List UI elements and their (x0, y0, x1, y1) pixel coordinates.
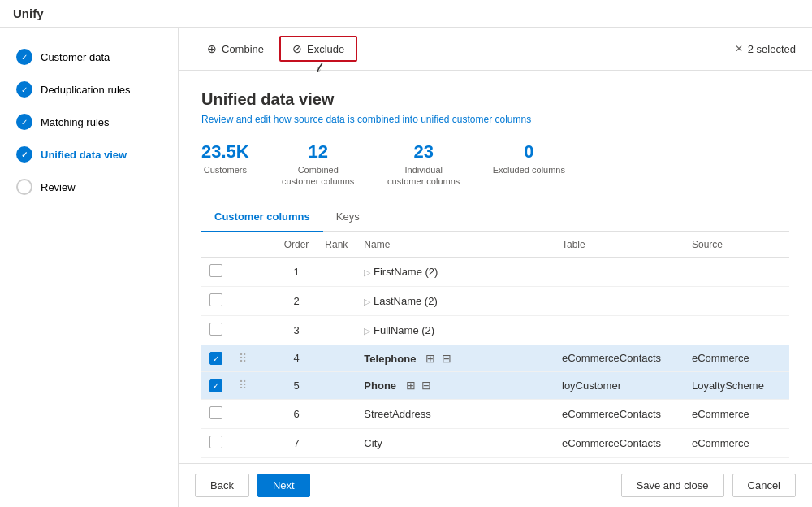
top-bar: Unify (0, 0, 812, 28)
expand-icon-3[interactable]: ▷ (364, 326, 370, 336)
row-order-7: 7 (276, 428, 317, 457)
exclude-icon: ⊘ (292, 42, 302, 55)
sidebar-item-label-customer-data: Customer data (41, 51, 110, 63)
back-button[interactable]: Back (195, 474, 249, 497)
stat-excluded-label: Excluded columns (493, 164, 565, 176)
row-order-3: 3 (276, 315, 317, 344)
row-rank-7 (317, 428, 356, 457)
name-text-2: LastName (2) (374, 295, 438, 307)
table-row[interactable]: 8 State eCommerceContacts eCommerce (201, 457, 789, 463)
table-row[interactable]: 3 ▷ FullName (2) (201, 315, 789, 344)
drag-handle-icon-4[interactable]: ⠿ (239, 352, 247, 365)
row-rank-4 (317, 344, 356, 372)
row-checkbox-8[interactable] (201, 457, 231, 463)
th-name: Name (356, 232, 554, 258)
row-table-5: loyCustomer (554, 372, 684, 400)
stat-customers: 23.5K Customers (201, 141, 249, 188)
stats-row: 23.5K Customers 12 Combined customer col… (201, 141, 789, 188)
row-table-2 (554, 286, 684, 315)
sidebar-item-matching-rules[interactable]: ✓ Matching rules (0, 106, 178, 138)
row-name-5: Phone ⊞ ⊟ (356, 372, 554, 400)
table-row[interactable]: ✓ ⠿ 5 Phone ⊞ ⊟ loyCustomer LoyaltySchem… (201, 372, 789, 400)
name-text-1: FirstName (2) (374, 266, 438, 278)
row-source-4: eCommerce (684, 344, 789, 372)
row-checkbox-1[interactable] (201, 257, 231, 286)
sidebar-item-icon-review (16, 179, 32, 195)
page-content: Unified data view Review and edit how so… (179, 71, 812, 463)
row-rank-6 (317, 399, 356, 428)
sidebar-item-customer-data[interactable]: ✓ Customer data (0, 41, 178, 73)
row-name-8: State (356, 457, 554, 463)
row-order-4: 4 (276, 344, 317, 372)
row-name-4: Telephone ⊞ ⊟ (356, 344, 554, 372)
row-checkbox-7[interactable] (201, 428, 231, 457)
stat-individual-value: 23 (387, 141, 460, 162)
app-title: Unify (13, 6, 44, 20)
table-row[interactable]: 7 City eCommerceContacts eCommerce (201, 428, 789, 457)
row-source-6: eCommerce (684, 399, 789, 428)
name-text-5: Phone (364, 379, 396, 392)
checkbox-icon-6 (209, 406, 222, 419)
sidebar: ✓ Customer data ✓ Deduplication rules ✓ … (0, 28, 179, 507)
row-checkbox-5[interactable]: ✓ (201, 372, 231, 400)
row-checkbox-4[interactable]: ✓ (201, 344, 231, 372)
tab-keys[interactable]: Keys (323, 204, 373, 232)
row-drag-1 (231, 257, 276, 286)
save-and-close-button[interactable]: Save and close (621, 474, 724, 497)
sidebar-item-unified-data-view[interactable]: ✓ Unified data view (0, 138, 178, 171)
row-table-4: eCommerceContacts (554, 344, 684, 372)
stat-customers-label: Customers (201, 164, 249, 176)
row-name-3: ▷ FullName (2) (356, 315, 554, 344)
row-table-1 (554, 257, 684, 286)
tabs: Customer columns Keys (201, 204, 789, 232)
row-name-7: City (356, 428, 554, 457)
sidebar-item-label-matching: Matching rules (41, 116, 110, 128)
combine-button[interactable]: ⊕ Combine (195, 37, 276, 61)
row-name-2: ▷ LastName (2) (356, 286, 554, 315)
table-row[interactable]: 1 ▷ FirstName (2) (201, 257, 789, 286)
page-subtitle: Review and edit how source data is combi… (201, 114, 789, 125)
row-checkbox-3[interactable] (201, 315, 231, 344)
stat-excluded-columns: 0 Excluded columns (493, 141, 565, 188)
name-text-3: FullName (2) (374, 324, 434, 336)
row-source-3 (684, 315, 789, 344)
table-row[interactable]: 2 ▷ LastName (2) (201, 286, 789, 315)
row-table-8: eCommerceContacts (554, 457, 684, 463)
row-checkbox-2[interactable] (201, 286, 231, 315)
row-table-6: eCommerceContacts (554, 399, 684, 428)
row-rank-8 (317, 457, 356, 463)
row-order-8: 8 (276, 457, 317, 463)
table-icon-4: ⊞ (425, 352, 435, 365)
stat-combined-value: 12 (282, 141, 355, 162)
row-drag-3 (231, 315, 276, 344)
stat-individual-columns: 23 Individual customer columns (387, 141, 460, 188)
row-drag-5: ⠿ (231, 372, 276, 400)
sidebar-item-icon-unified: ✓ (16, 146, 32, 162)
exclude-button[interactable]: ⊘ Exclude 𝓁 (279, 36, 357, 62)
table-row[interactable]: ✓ ⠿ 4 Telephone ⊞ ⊟ eCommerceContacts eC… (201, 344, 789, 372)
sidebar-item-review[interactable]: Review (0, 171, 178, 203)
stat-individual-label: Individual customer columns (387, 164, 460, 188)
row-order-6: 6 (276, 399, 317, 428)
expand-icon-1[interactable]: ▷ (364, 267, 370, 277)
table-row[interactable]: 6 StreetAddress eCommerceContacts eComme… (201, 399, 789, 428)
row-source-2 (684, 286, 789, 315)
sidebar-item-label-unified: Unified data view (41, 149, 127, 161)
tab-customer-columns[interactable]: Customer columns (201, 204, 323, 232)
sidebar-item-icon-matching: ✓ (16, 114, 32, 130)
next-button[interactable]: Next (257, 474, 310, 497)
th-drag (231, 232, 276, 258)
row-checkbox-6[interactable] (201, 399, 231, 428)
close-icon[interactable]: ✕ (735, 43, 743, 54)
th-source: Source (684, 232, 789, 258)
checkbox-icon-5: ✓ (209, 379, 222, 392)
row-order-2: 2 (276, 286, 317, 315)
expand-icon-2[interactable]: ▷ (364, 297, 370, 306)
drag-handle-icon-5[interactable]: ⠿ (239, 379, 247, 392)
checkbox-icon-3 (209, 323, 222, 336)
cancel-button[interactable]: Cancel (732, 474, 796, 497)
combine-icon: ⊕ (207, 42, 217, 55)
stat-combined-columns: 12 Combined customer columns (282, 141, 355, 188)
merge-icon-5: ⊟ (421, 379, 431, 392)
sidebar-item-deduplication-rules[interactable]: ✓ Deduplication rules (0, 73, 178, 106)
